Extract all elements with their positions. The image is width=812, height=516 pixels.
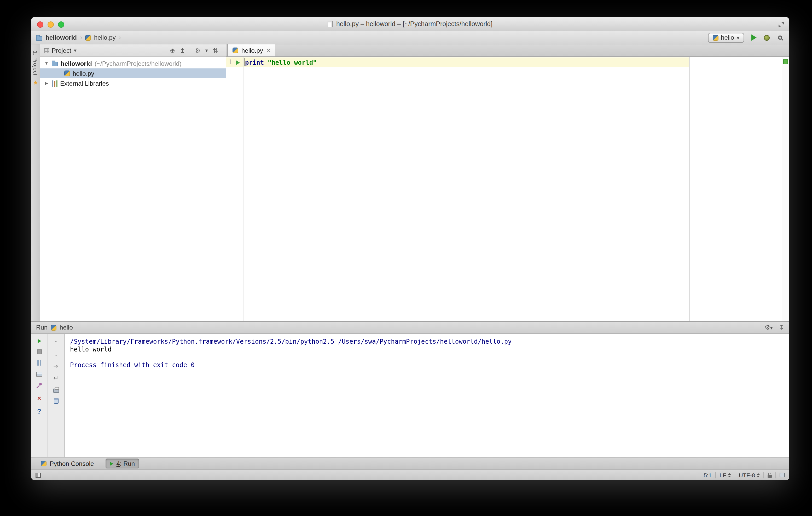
prev-occurrence-button[interactable]: ↑	[54, 339, 57, 345]
python-icon	[41, 461, 47, 466]
tree-node-label: External Libraries	[60, 80, 109, 87]
readonly-lock-icon[interactable]	[767, 475, 772, 478]
fullscreen-icon[interactable]	[779, 22, 784, 27]
console-line: hello world	[70, 346, 784, 354]
run-panel-header: Run hello ⚙▾ ↧	[31, 322, 789, 334]
show-console-button[interactable]	[36, 372, 42, 376]
spinner-icon	[728, 473, 731, 477]
python-file-icon	[233, 48, 238, 53]
chevron-down-icon: ▾	[737, 35, 740, 40]
pin-tab-button[interactable]	[36, 383, 42, 389]
search-everywhere-icon[interactable]	[778, 35, 782, 40]
minimize-window-button[interactable]	[48, 22, 54, 28]
python-file-icon	[85, 35, 91, 40]
code-string: "hello world"	[268, 59, 317, 66]
run-panel-title: Run	[36, 324, 48, 331]
chevron-right-icon: ›	[80, 34, 82, 41]
console-line: Process finished with exit code 0	[70, 361, 784, 369]
statusbar-separator	[763, 472, 764, 478]
collapse-all-icon[interactable]: ↥	[180, 47, 185, 54]
clear-all-button[interactable]	[54, 398, 58, 404]
toolwindow-bottom-bar: Python Console 4: Run	[31, 457, 789, 469]
line-separator-widget[interactable]: LF	[720, 472, 731, 478]
tree-node-path: (~/PycharmProjects/helloworld)	[94, 60, 181, 67]
python-file-icon	[64, 70, 70, 76]
run-button[interactable]	[751, 34, 757, 41]
titlebar: hello.py – helloworld – [~/PycharmProjec…	[31, 17, 789, 31]
breadcrumb-item-hello-py[interactable]: hello.py	[94, 34, 116, 41]
tree-row-external-libraries[interactable]: ▶ External Libraries	[40, 78, 226, 88]
run-toolbar-left: × ?	[31, 334, 48, 457]
favorites-strip-icon[interactable]: ★	[33, 80, 38, 86]
run-line-icon	[236, 60, 240, 65]
python-icon	[713, 35, 718, 40]
inspections-level-icon[interactable]	[780, 473, 785, 477]
help-button[interactable]: ?	[37, 408, 41, 415]
debug-button[interactable]	[764, 35, 770, 40]
statusbar-widgets: 5:1 LF UTF-8	[703, 472, 785, 478]
rerun-button[interactable]	[37, 339, 41, 343]
project-panel-toolbar: ⊕ ↥ ⚙ ▾ ⇅	[170, 47, 222, 54]
tree-collapsed-icon[interactable]: ▶	[44, 81, 49, 86]
scroll-to-end-button[interactable]: ⇥	[53, 363, 59, 369]
editor-gutter: 1	[226, 57, 243, 321]
statusbar-separator	[776, 472, 776, 478]
zoom-window-button[interactable]	[58, 22, 64, 28]
print-button[interactable]	[53, 389, 59, 393]
line-separator-label: LF	[720, 472, 726, 478]
toolwindow-strip-project-button[interactable]: 1: Project	[32, 51, 39, 75]
editor-zone: hello.py × 1 print "hello	[226, 44, 789, 321]
code-area[interactable]: print "hello world"	[243, 57, 782, 321]
breadcrumb-item-helloworld[interactable]: helloworld	[46, 34, 77, 41]
close-toolwindow-button[interactable]: ×	[37, 395, 41, 402]
settings-gear-icon[interactable]: ⚙▾	[764, 324, 773, 331]
close-tab-icon[interactable]: ×	[267, 47, 270, 54]
gutter-run-marker[interactable]	[233, 57, 243, 321]
tree-row-helloworld[interactable]: ▼ helloworld (~/PycharmProjects/hellowor…	[40, 59, 226, 68]
console-line	[70, 354, 784, 361]
run-configuration-label: hello	[721, 34, 734, 41]
status-bar: 5:1 LF UTF-8	[31, 469, 789, 480]
toggle-toolwindows-icon[interactable]	[35, 473, 41, 478]
breadcrumb-label: helloworld	[46, 34, 77, 41]
tab-hello-py[interactable]: hello.py ×	[227, 44, 276, 56]
project-panel-header: Project ▾ ⊕ ↥ ⚙ ▾ ⇅	[40, 44, 226, 57]
hide-toolwindow-icon[interactable]: ↧	[779, 324, 784, 331]
next-occurrence-button[interactable]: ↓	[54, 351, 57, 357]
tree-row-hello-py[interactable]: hello.py	[40, 68, 226, 78]
close-window-button[interactable]	[37, 22, 44, 28]
hide-panel-icon[interactable]: ⇅	[213, 47, 218, 54]
toolwindow-button-run[interactable]: 4: Run	[105, 459, 139, 468]
chevron-down-icon[interactable]: ▾	[205, 48, 208, 53]
project-panel-title[interactable]: Project	[52, 47, 71, 54]
window-title-text: hello.py – helloworld – [~/PycharmProjec…	[336, 20, 492, 28]
main-area: 1: Project ★ Project ▾ ⊕ ↥ ⚙ ▾ ⇅	[31, 44, 789, 321]
tree-node-label: helloworld	[61, 60, 92, 67]
locate-file-icon[interactable]: ⊕	[170, 47, 175, 54]
toolwindow-button-python-console[interactable]: Python Console	[36, 459, 98, 468]
soft-wrap-button[interactable]: ↩	[53, 375, 59, 381]
encoding-widget[interactable]: UTF-8	[739, 472, 760, 478]
chevron-down-icon[interactable]: ▾	[74, 48, 77, 53]
run-panel-body: × ? ↑ ↓ ⇥ ↩ /System/Library/Frameworks/P…	[31, 334, 789, 457]
console-output[interactable]: /System/Library/Frameworks/Python.framew…	[65, 334, 789, 457]
error-stripe[interactable]	[782, 57, 789, 321]
spinner-icon	[757, 473, 760, 477]
project-view-icon	[44, 48, 49, 53]
run-panel-config-label[interactable]: hello	[60, 324, 73, 331]
tree-node-label: hello.py	[72, 70, 94, 77]
traffic-lights	[37, 22, 64, 28]
pause-output-button[interactable]	[37, 360, 41, 366]
inspection-status-indicator[interactable]	[783, 59, 788, 64]
run-configuration-select[interactable]: hello ▾	[708, 33, 744, 42]
settings-gear-icon[interactable]: ⚙	[195, 47, 201, 54]
code-keyword: print	[245, 59, 268, 66]
chevron-right-icon: ›	[119, 34, 121, 41]
desktop: hello.py – helloworld – [~/PycharmProjec…	[0, 0, 812, 516]
caret-position-widget[interactable]: 5:1	[703, 472, 712, 478]
stop-button[interactable]	[37, 350, 41, 354]
project-panel: Project ▾ ⊕ ↥ ⚙ ▾ ⇅ ▼ hellowo	[40, 44, 226, 321]
encoding-label: UTF-8	[739, 472, 755, 478]
navigation-bar: helloworld › hello.py › hello ▾	[31, 31, 789, 44]
tree-expanded-icon[interactable]: ▼	[44, 61, 49, 66]
